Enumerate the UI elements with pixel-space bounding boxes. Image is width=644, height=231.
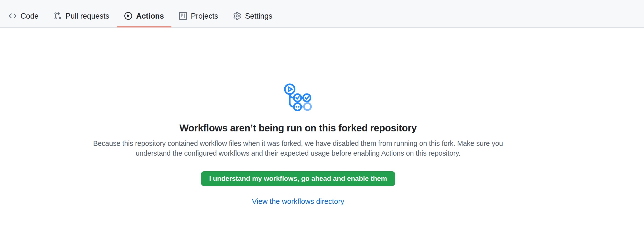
blankslate-heading: Workflows aren’t being run on this forke… [179,121,416,135]
tab-code[interactable]: Code [1,5,46,28]
actions-disabled-blankslate: Workflows aren’t being run on this forke… [0,28,596,205]
workflow-graphic-icon [284,83,312,111]
tab-settings[interactable]: Settings [226,5,280,28]
project-icon [179,12,187,20]
enable-workflows-button[interactable]: I understand my workflows, go ahead and … [201,171,395,186]
tab-label: Projects [191,12,218,20]
blankslate-description: Because this repository contained workfl… [87,138,510,158]
tab-pull-requests[interactable]: Pull requests [46,5,117,28]
tab-label: Code [20,12,38,20]
main-content: Workflows aren’t being run on this forke… [0,28,644,231]
git-pull-request-icon [54,12,62,20]
tab-label: Actions [136,12,164,20]
tab-label: Settings [245,12,272,20]
tab-label: Pull requests [66,12,109,20]
code-icon [9,12,16,20]
view-workflows-directory-link[interactable]: View the workflows directory [252,197,344,205]
repo-tab-nav: Code Pull requests Actions Projects Sett… [0,0,644,28]
gear-icon [233,12,241,20]
play-icon [124,12,132,20]
tab-projects[interactable]: Projects [172,5,226,28]
tab-actions[interactable]: Actions [117,5,172,28]
